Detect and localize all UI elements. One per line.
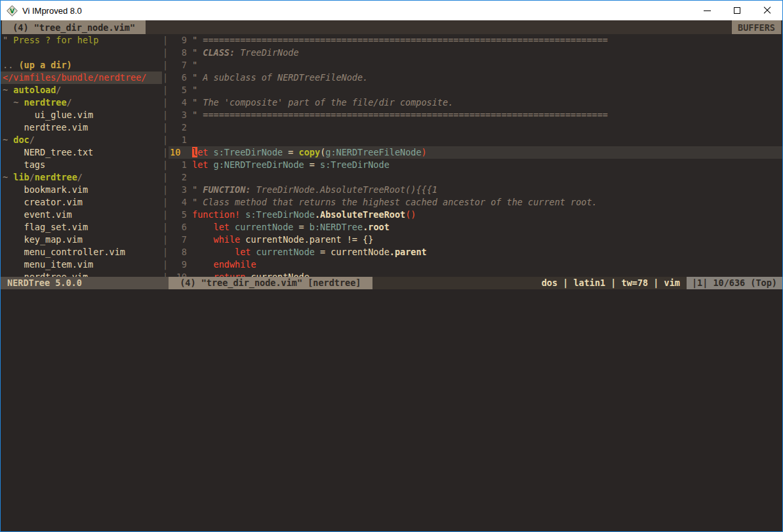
separator-glyph: | — [162, 34, 169, 47]
tree-row[interactable]: ~ doc/ — [1, 134, 162, 146]
tree-row[interactable]: " Press ? for help — [1, 34, 162, 47]
tree-row[interactable]: nerdtree.vim — [1, 121, 162, 134]
window-split-separator[interactable]: ||||||||||||||||||||||||||||||||||||| — [162, 34, 169, 277]
code-line[interactable]: 2 — [169, 121, 782, 134]
code-line[interactable]: 5function! s:TreeDirNode.AbsoluteTreeRoo… — [169, 209, 782, 221]
code-line[interactable]: 10 return currentNode — [169, 271, 782, 277]
code-segment-cmt: TreeDirNode.AbsoluteTreeRoot(){{{1 — [251, 184, 437, 195]
editor-panel: 9" =====================================… — [169, 34, 782, 277]
tree-row[interactable]: menu_controller.vim — [1, 246, 162, 258]
tabline: (4) "tree_dir_node.vim" BUFFERS — [1, 20, 782, 34]
code-text: " — [192, 84, 197, 96]
code-line[interactable]: 5" — [169, 84, 782, 96]
code-line[interactable]: 1 — [169, 134, 782, 146]
code-segment-file: creator.vim — [3, 197, 83, 207]
code-segment-cmt: " — [192, 85, 197, 95]
tree-row[interactable]: ~ autoload/ — [1, 84, 162, 96]
line-number: 7 — [169, 234, 187, 246]
svg-text:V: V — [10, 8, 14, 14]
separator-glyph: | — [162, 134, 169, 146]
code-segment-file: nerdtree.vim — [3, 272, 88, 277]
code-segment-fg — [251, 247, 256, 257]
minimize-button[interactable] — [692, 1, 722, 20]
code-line[interactable]: 8" CLASS: TreeDirNode — [169, 47, 782, 59]
code-segment-gray: ~ — [3, 97, 24, 108]
code-segment-gray: / — [30, 134, 35, 145]
vim-icon[interactable]: V — [7, 5, 18, 16]
code-text: " ======================================… — [192, 109, 608, 121]
code-segment-var: b:NERDTree — [310, 222, 363, 232]
code-line[interactable]: 9 endwhile — [169, 258, 782, 271]
separator-glyph: | — [162, 246, 169, 258]
code-segment-gray: ~ — [3, 134, 13, 145]
line-number: 4 — [169, 196, 187, 209]
tree-row[interactable]: event.vim — [1, 209, 162, 221]
code-segment-kw: endwhile — [214, 259, 256, 270]
tree-row[interactable]: tags — [1, 159, 162, 171]
code-segment-gray: / — [56, 85, 61, 95]
code-text: endwhile — [192, 258, 256, 271]
code-segment-dir: autoload — [13, 85, 56, 95]
code-segment-var: g:NERDTreeDirNode — [214, 159, 304, 170]
tree-row[interactable]: creator.vim — [1, 196, 162, 209]
code-line[interactable]: 4" Class method that returns the highest… — [169, 196, 782, 209]
code-segment-file: event.vim — [3, 209, 72, 220]
code-line[interactable]: 6 let currentNode = b:NERDTree.root — [169, 221, 782, 234]
code-line-current[interactable]: 10let s:TreeDirNode = copy(g:NERDTreeFil… — [169, 146, 782, 159]
tree-row[interactable] — [1, 47, 162, 59]
code-segment-file: bookmark.vim — [3, 184, 88, 195]
code-segment-cmt: " ======================================… — [192, 110, 608, 120]
tree-row[interactable]: ui_glue.vim — [1, 109, 162, 121]
code-line[interactable]: 1let g:NERDTreeDirNode = s:TreeDirNode — [169, 159, 782, 171]
code-line[interactable]: 3" FUNCTION: TreeDirNode.AbsoluteTreeRoo… — [169, 184, 782, 196]
maximize-icon — [734, 7, 740, 14]
tree-row[interactable]: bookmark.vim — [1, 184, 162, 196]
tree-row[interactable]: menu_item.vim — [1, 258, 162, 271]
close-icon — [763, 7, 771, 14]
code-segment-fg — [192, 259, 214, 270]
code-segment-fg: = — [304, 159, 320, 170]
titlebar: V Vi IMproved 8.0 — [1, 1, 782, 20]
maximize-button[interactable] — [722, 1, 752, 20]
code-text: " CLASS: TreeDirNode — [192, 47, 299, 59]
code-line[interactable]: 8 let currentNode = currentNode.parent — [169, 246, 782, 258]
tree-row[interactable]: NERD_tree.txt — [1, 146, 162, 159]
tree-row[interactable]: ~ lib/nerdtree/ — [1, 171, 162, 184]
separator-glyph: | — [162, 196, 169, 209]
tree-row[interactable]: key_map.vim — [1, 234, 162, 246]
code-line[interactable]: 7" — [169, 59, 782, 72]
tree-root-row[interactable]: </vimfiles/bundle/nerdtree/ — [1, 72, 162, 84]
code-line[interactable]: 9" =====================================… — [169, 34, 782, 47]
tab-active-buffer[interactable]: (4) "tree_dir_node.vim" — [2, 20, 146, 34]
code-segment-cmtb: FUNCTION: — [203, 184, 251, 195]
code-line[interactable]: 6" A subclass of NERDTreeFileNode. — [169, 72, 782, 84]
code-text: " Class method that returns the highest … — [192, 196, 597, 209]
separator-glyph: | — [162, 96, 169, 109]
code-line[interactable]: 4" The 'composite' part of the file/dir … — [169, 96, 782, 109]
code-segment-cmt: " Class method that returns the highest … — [192, 197, 597, 207]
code-line[interactable]: 7 while currentNode.parent != {} — [169, 234, 782, 246]
code-segment-file: menu_item.vim — [3, 259, 93, 270]
code-segment-file: flag_set.vim — [3, 222, 88, 232]
buffers-label[interactable]: BUFFERS — [732, 20, 781, 34]
separator-glyph: | — [162, 209, 169, 221]
code-segment-cmt: " The 'composite' part of the file/dir c… — [192, 97, 453, 108]
tree-row[interactable]: ~ nerdtree/ — [1, 96, 162, 109]
close-button[interactable] — [752, 1, 782, 20]
code-line[interactable]: 2 — [169, 171, 782, 184]
line-number: 2 — [169, 121, 187, 134]
nerdtree-statusline: NERDTree 5.0.0 — [1, 277, 169, 289]
code-segment-dir: nerdtree — [24, 97, 67, 108]
code-segment-kw: return — [214, 272, 246, 277]
line-number: 4 — [169, 96, 187, 109]
code-segment-gray: ~ — [3, 85, 13, 95]
code-line[interactable]: 3" =====================================… — [169, 109, 782, 121]
code-segment-dir: doc — [13, 134, 29, 145]
tree-row[interactable]: .. (up a dir) — [1, 59, 162, 72]
code-segment-dir: lib — [13, 172, 29, 182]
code-text: " — [192, 59, 197, 72]
line-number: 2 — [169, 171, 187, 184]
tree-row[interactable]: nerdtree.vim — [1, 271, 162, 277]
code-segment-meth: .AbsoluteTreeRoot — [315, 209, 405, 220]
tree-row[interactable]: flag_set.vim — [1, 221, 162, 234]
